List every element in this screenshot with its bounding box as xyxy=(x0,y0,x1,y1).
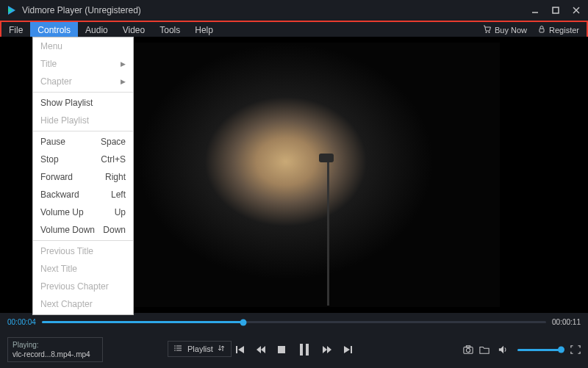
open-folder-button[interactable] xyxy=(479,344,490,355)
elapsed-time: 00:00:04 xyxy=(7,318,36,326)
dd-title[interactable]: Title▶ xyxy=(33,55,133,73)
dd-backward[interactable]: BackwardLeft xyxy=(33,186,133,203)
titlebar: Vidmore Player (Unregistered) xyxy=(0,0,588,21)
dd-next-title[interactable]: Next Title xyxy=(33,260,133,278)
list-icon xyxy=(174,344,183,353)
snapshot-button[interactable] xyxy=(463,344,473,355)
svg-rect-20 xyxy=(300,344,303,356)
now-playing-label: Playing: xyxy=(12,340,98,350)
microphone-icon xyxy=(319,154,334,162)
rewind-button[interactable] xyxy=(256,344,266,355)
volume-thumb[interactable] xyxy=(558,347,564,353)
stop-button[interactable] xyxy=(276,344,287,355)
app-logo-icon xyxy=(6,4,18,16)
video-frame xyxy=(88,43,500,307)
microphone-stand xyxy=(327,159,329,306)
svg-marker-17 xyxy=(257,346,261,353)
progress-thumb[interactable] xyxy=(240,319,247,325)
dd-stop[interactable]: StopCtrl+S xyxy=(33,151,133,168)
dd-menu[interactable]: Menu xyxy=(33,37,133,55)
dd-hide-playlist[interactable]: Hide Playlist xyxy=(33,112,133,129)
dd-pause[interactable]: PauseSpace xyxy=(33,133,133,151)
pause-button[interactable] xyxy=(297,342,312,357)
minimize-button[interactable] xyxy=(529,4,541,16)
cart-icon xyxy=(483,25,492,35)
svg-marker-29 xyxy=(499,346,503,354)
svg-point-27 xyxy=(466,348,470,352)
svg-marker-24 xyxy=(344,346,350,353)
menu-file[interactable]: File xyxy=(1,22,30,38)
fast-forward-button[interactable] xyxy=(322,344,332,355)
controls-bar: Playing: vlc-record...8.mp4-.mp4 Playlis… xyxy=(0,331,588,368)
svg-point-13 xyxy=(174,347,176,349)
dd-previous-chapter[interactable]: Previous Chapter xyxy=(33,278,133,295)
next-button[interactable] xyxy=(343,344,353,355)
dd-separator xyxy=(33,131,133,131)
buy-now-label: Buy Now xyxy=(495,26,527,35)
now-playing-box: Playing: vlc-record...8.mp4-.mp4 xyxy=(7,337,103,362)
menubar: File Controls Audio Video Tools Help Buy… xyxy=(1,22,587,38)
maximize-button[interactable] xyxy=(550,4,562,16)
dd-separator xyxy=(33,240,133,241)
svg-point-12 xyxy=(174,345,176,347)
dd-volume-down[interactable]: Volume DownDown xyxy=(33,221,133,239)
dd-chapter[interactable]: Chapter▶ xyxy=(33,73,133,90)
chevron-right-icon: ▶ xyxy=(121,60,126,68)
svg-marker-23 xyxy=(327,346,331,353)
progress-fill xyxy=(42,321,243,323)
previous-button[interactable] xyxy=(235,344,245,355)
register-button[interactable]: Register xyxy=(537,25,579,35)
menu-tools[interactable]: Tools xyxy=(152,22,187,38)
menu-controls[interactable]: Controls xyxy=(30,22,78,38)
svg-point-6 xyxy=(486,32,487,33)
controls-dropdown: Menu Title▶ Chapter▶ Show Playlist Hide … xyxy=(32,37,134,315)
playlist-button[interactable]: Playlist xyxy=(168,341,232,357)
now-playing-file: vlc-record...8.mp4-.mp4 xyxy=(12,350,98,359)
menu-help[interactable]: Help xyxy=(187,22,220,38)
app-title: Vidmore Player (Unregistered) xyxy=(22,5,141,15)
volume-slider[interactable] xyxy=(517,349,562,351)
svg-rect-3 xyxy=(553,7,559,13)
buy-now-button[interactable]: Buy Now xyxy=(483,25,527,35)
menu-video[interactable]: Video xyxy=(115,22,152,38)
dd-volume-up[interactable]: Volume UpUp xyxy=(33,203,133,221)
playlist-label: Playlist xyxy=(187,344,213,353)
chevron-right-icon: ▶ xyxy=(121,78,126,85)
svg-rect-15 xyxy=(236,346,237,353)
svg-rect-25 xyxy=(351,346,352,353)
register-label: Register xyxy=(549,26,579,35)
window-controls xyxy=(529,4,582,16)
lock-icon xyxy=(537,25,546,35)
dd-next-chapter[interactable]: Next Chapter xyxy=(33,295,133,313)
progress-bar-area: 00:00:04 00:00:11 xyxy=(0,313,588,331)
right-controls xyxy=(463,344,581,355)
svg-rect-19 xyxy=(278,346,285,353)
dd-separator xyxy=(33,92,133,93)
fullscreen-button[interactable] xyxy=(570,344,581,355)
dd-previous-title[interactable]: Previous Title xyxy=(33,242,133,260)
total-time: 00:00:11 xyxy=(552,318,581,326)
svg-rect-21 xyxy=(306,344,309,356)
playback-controls xyxy=(235,342,353,357)
dd-forward[interactable]: ForwardRight xyxy=(33,168,133,186)
menu-audio[interactable]: Audio xyxy=(78,22,115,38)
svg-point-7 xyxy=(489,32,490,33)
svg-rect-8 xyxy=(539,29,544,32)
close-button[interactable] xyxy=(570,4,582,16)
svg-marker-16 xyxy=(238,346,244,353)
progress-track[interactable] xyxy=(42,321,546,323)
dd-show-playlist[interactable]: Show Playlist xyxy=(33,94,133,112)
svg-rect-28 xyxy=(466,346,470,347)
svg-point-14 xyxy=(174,350,176,351)
sort-icon xyxy=(218,344,225,353)
svg-marker-22 xyxy=(323,346,327,353)
svg-marker-18 xyxy=(261,346,265,353)
volume-button[interactable] xyxy=(498,344,509,355)
